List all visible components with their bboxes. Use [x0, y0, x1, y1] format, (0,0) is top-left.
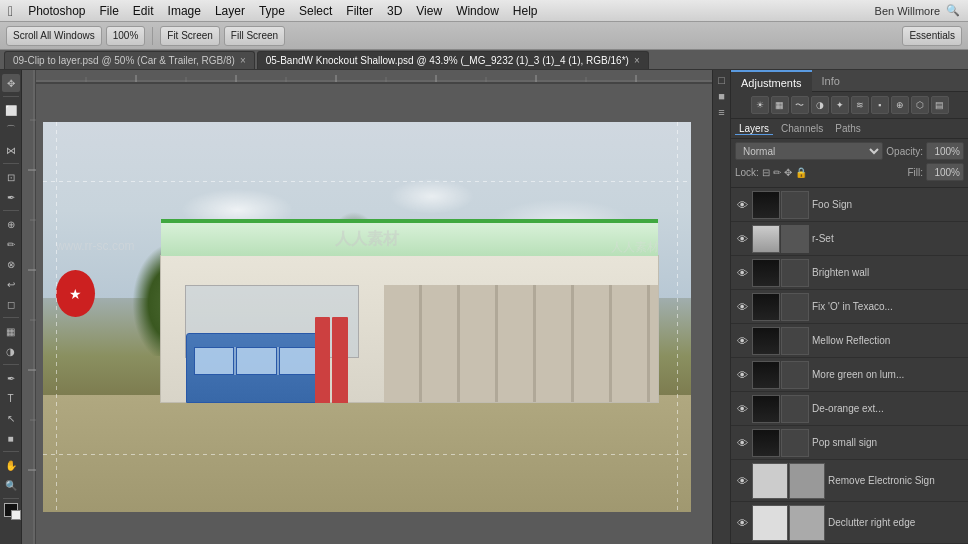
- layer-item-1[interactable]: 👁 r-Set: [731, 222, 968, 256]
- gradient-tool[interactable]: ▦: [2, 322, 20, 340]
- adj-exposure-icon[interactable]: ◑: [811, 96, 829, 114]
- lock-transparent-icon[interactable]: ⊟: [762, 167, 770, 178]
- shape-tool[interactable]: ■: [2, 429, 20, 447]
- brush-tool[interactable]: ✏: [2, 235, 20, 253]
- adj-vibrance-icon[interactable]: ✦: [831, 96, 849, 114]
- main-area: ✥ ⬜ ⌒ ⋈ ⊡ ✒ ⊕ ✏ ⊗ ↩ ◻ ▦ ◑ ✒ T ↖ ■ ✋ 🔍: [0, 70, 968, 544]
- menu-image[interactable]: Image: [161, 0, 208, 22]
- menu-window[interactable]: Window: [449, 0, 506, 22]
- layer-item-7[interactable]: 👁 Pop small sign: [731, 426, 968, 460]
- layer-vis-0[interactable]: 👁: [735, 198, 749, 212]
- menu-bar:  Photoshop File Edit Image Layer Type S…: [0, 0, 968, 22]
- tab-0-close-icon[interactable]: ×: [240, 55, 246, 66]
- subtab-channels[interactable]: Channels: [777, 123, 827, 134]
- fill-input[interactable]: [926, 163, 964, 181]
- menu-type[interactable]: Type: [252, 0, 292, 22]
- adj-brightness-icon[interactable]: ☀: [751, 96, 769, 114]
- watermark-center: 人人素材: [335, 229, 399, 250]
- fit-screen-btn[interactable]: Fit Screen: [160, 26, 220, 46]
- layer-vis-2[interactable]: 👁: [735, 266, 749, 280]
- adj-hsl-icon[interactable]: ≋: [851, 96, 869, 114]
- opacity-input[interactable]: [926, 142, 964, 160]
- layer-vis-8[interactable]: 👁: [735, 474, 749, 488]
- menu-3d[interactable]: 3D: [380, 0, 409, 22]
- lasso-tool[interactable]: ⌒: [2, 121, 20, 139]
- adj-curves-icon[interactable]: 〜: [791, 96, 809, 114]
- menu-edit[interactable]: Edit: [126, 0, 161, 22]
- layer-thumb-wrapper-1: [752, 225, 809, 253]
- layer-vis-6[interactable]: 👁: [735, 402, 749, 416]
- eyedropper-tool[interactable]: ✒: [2, 188, 20, 206]
- layer-item-9[interactable]: 👁 Declutter right edge: [731, 502, 968, 544]
- pen-tool[interactable]: ✒: [2, 369, 20, 387]
- panel-icon-3[interactable]: ≡: [718, 106, 724, 118]
- layer-vis-7[interactable]: 👁: [735, 436, 749, 450]
- layer-thumb-4: [752, 327, 780, 355]
- menu-filter[interactable]: Filter: [339, 0, 380, 22]
- history-brush-tool[interactable]: ↩: [2, 275, 20, 293]
- text-tool[interactable]: T: [2, 389, 20, 407]
- layer-thumb-9: [752, 505, 788, 541]
- heal-tool[interactable]: ⊕: [2, 215, 20, 233]
- layer-item-6[interactable]: 👁 De-orange ext...: [731, 392, 968, 426]
- search-icon[interactable]: 🔍: [946, 4, 960, 17]
- adj-levels-icon[interactable]: ▦: [771, 96, 789, 114]
- zoom-value-btn[interactable]: 100%: [106, 26, 146, 46]
- lock-move-icon[interactable]: ✥: [784, 167, 792, 178]
- layer-item-8[interactable]: 👁 Remove Electronic Sign: [731, 460, 968, 502]
- adj-bw-icon[interactable]: ▪: [871, 96, 889, 114]
- panel-icon-1[interactable]: □: [718, 74, 725, 86]
- tab-1[interactable]: 05-BandW Knockout Shallow.psd @ 43.9% (_…: [257, 51, 649, 69]
- foreground-color[interactable]: [4, 503, 18, 517]
- tab-0[interactable]: 09-Clip to layer.psd @ 50% (Car & Traile…: [4, 51, 255, 69]
- tab-adjustments[interactable]: Adjustments: [731, 70, 812, 92]
- layer-vis-3[interactable]: 👁: [735, 300, 749, 314]
- layer-thumb-wrapper-8: [752, 463, 825, 499]
- layer-item-3[interactable]: 👁 Fix 'O' in Texaco...: [731, 290, 968, 324]
- subtab-paths[interactable]: Paths: [831, 123, 865, 134]
- layer-item-5[interactable]: 👁 More green on lum...: [731, 358, 968, 392]
- menu-photoshop[interactable]: Photoshop: [21, 0, 92, 22]
- tab-1-close-icon[interactable]: ×: [634, 55, 640, 66]
- dodge-tool[interactable]: ◑: [2, 342, 20, 360]
- subtab-layers[interactable]: Layers: [735, 123, 773, 135]
- lock-all-icon[interactable]: 🔒: [795, 167, 807, 178]
- lock-paint-icon[interactable]: ✏: [773, 167, 781, 178]
- adj-photofilter-icon[interactable]: ⬡: [911, 96, 929, 114]
- menu-help[interactable]: Help: [506, 0, 545, 22]
- layers-controls: Normal Opacity: Lock: ⊟ ✏ ✥ 🔒 Fill:: [731, 139, 968, 188]
- menu-right-area: Ben Willmore 🔍: [875, 4, 960, 17]
- layer-item-0[interactable]: 👁 Foo Sign: [731, 188, 968, 222]
- blend-mode-select[interactable]: Normal: [735, 142, 883, 160]
- eraser-tool[interactable]: ◻: [2, 295, 20, 313]
- crop-tool[interactable]: ⊡: [2, 168, 20, 186]
- path-select-tool[interactable]: ↖: [2, 409, 20, 427]
- adj-colorbalance-icon[interactable]: ⊕: [891, 96, 909, 114]
- fill-screen-btn[interactable]: Fill Screen: [224, 26, 285, 46]
- menu-view[interactable]: View: [409, 0, 449, 22]
- hand-tool[interactable]: ✋: [2, 456, 20, 474]
- panel-icon-2[interactable]: ■: [718, 90, 725, 102]
- layer-mask-7: [781, 429, 809, 457]
- layer-vis-9[interactable]: 👁: [735, 516, 749, 530]
- layer-vis-1[interactable]: 👁: [735, 232, 749, 246]
- layer-item-2[interactable]: 👁 Brighten wall: [731, 256, 968, 290]
- essentials-btn[interactable]: Essentials: [902, 26, 962, 46]
- layer-vis-5[interactable]: 👁: [735, 368, 749, 382]
- stamp-tool[interactable]: ⊗: [2, 255, 20, 273]
- zoom-tool[interactable]: 🔍: [2, 476, 20, 494]
- adj-channelmixer-icon[interactable]: ▤: [931, 96, 949, 114]
- layer-vis-4[interactable]: 👁: [735, 334, 749, 348]
- move-tool[interactable]: ✥: [2, 74, 20, 92]
- menu-layer[interactable]: Layer: [208, 0, 252, 22]
- scroll-all-windows-btn[interactable]: Scroll All Windows: [6, 26, 102, 46]
- wand-tool[interactable]: ⋈: [2, 141, 20, 159]
- layer-thumb-wrapper-5: [752, 361, 809, 389]
- menu-file[interactable]: File: [93, 0, 126, 22]
- menu-select[interactable]: Select: [292, 0, 339, 22]
- tab-info[interactable]: Info: [812, 70, 850, 92]
- lock-fill-row: Lock: ⊟ ✏ ✥ 🔒 Fill:: [735, 163, 964, 181]
- marquee-tool[interactable]: ⬜: [2, 101, 20, 119]
- layer-item-4[interactable]: 👁 Mellow Reflection: [731, 324, 968, 358]
- layer-name-7: Pop small sign: [812, 437, 964, 448]
